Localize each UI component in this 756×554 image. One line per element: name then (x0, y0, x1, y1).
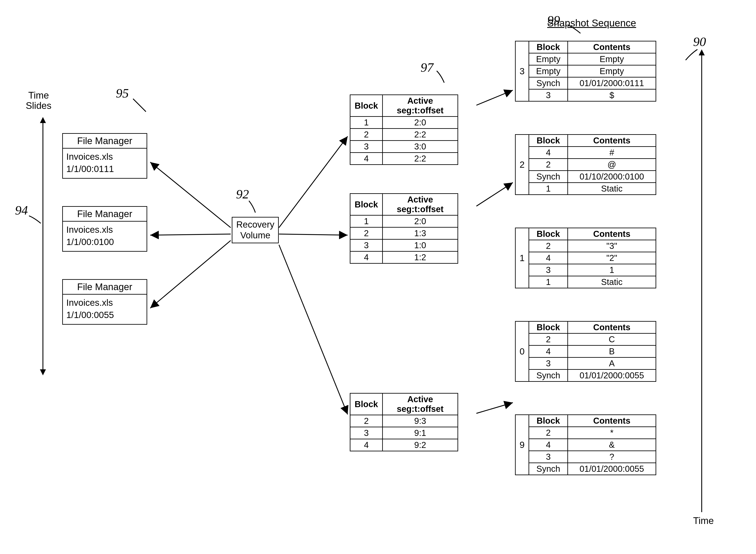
table-row: 12:0 (350, 117, 458, 129)
table-row: 2C (529, 333, 656, 345)
file-timestamp: 1/1/00:0100 (66, 236, 143, 248)
time-axis (701, 55, 702, 512)
svg-line-4 (279, 234, 348, 235)
svg-line-0 (150, 162, 231, 228)
file-timestamp: 1/1/00:0111 (66, 163, 143, 175)
col-header: Block (350, 194, 383, 215)
col-header: Block (529, 322, 568, 333)
file-manager-card: File Manager Invoices.xls 1/1/00:0100 (62, 206, 147, 252)
table-row: 3$ (529, 89, 656, 101)
col-header: Block (529, 415, 568, 427)
ref-90: 90 (693, 34, 706, 49)
table-row: 2* (529, 427, 656, 439)
table-row: EmptyEmpty (529, 53, 656, 65)
svg-line-5 (279, 245, 348, 414)
col-header: Contents (568, 134, 656, 147)
col-header: Contents (568, 415, 656, 427)
segment-table: BlockActive seg:t:offset 29:3 39:1 49:2 (350, 393, 458, 451)
snapshot-entry: 3 BlockContents EmptyEmpty EmptyEmpty Sy… (515, 41, 656, 102)
svg-line-1 (150, 234, 231, 235)
snapshot-table: BlockContents 2* 4& 3? Synch01/01/2000:0… (528, 414, 656, 475)
table-row: 33:0 (350, 141, 458, 153)
time-label: Time (693, 515, 714, 526)
table-row: 49:2 (350, 439, 458, 451)
arrowhead-down-icon (40, 369, 46, 375)
table-row: 3? (529, 451, 656, 463)
table-row: Synch01/10/2000:0100 (529, 171, 656, 183)
ref-95: 95 (116, 86, 129, 101)
arrowhead-up-icon (40, 117, 46, 123)
snapshot-index: 2 (515, 134, 528, 195)
file-manager-title: File Manager (63, 280, 146, 295)
table-row: 4"2" (529, 252, 656, 264)
table-row: 39:1 (350, 427, 458, 439)
col-header: Contents (568, 228, 656, 240)
col-header: Block (350, 393, 383, 415)
svg-line-8 (477, 403, 513, 413)
snapshot-table: BlockContents 2C 4B 3A Synch01/01/2000:0… (528, 321, 656, 382)
file-name: Invoices.xls (66, 297, 143, 309)
snapshot-entry: 9 BlockContents 2* 4& 3? Synch01/01/2000… (515, 414, 656, 475)
snapshot-table: BlockContents 4# 2@ Synch01/10/2000:0100… (528, 134, 656, 195)
file-manager-title: File Manager (63, 134, 146, 149)
ref-97: 97 (421, 60, 434, 75)
table-row: 12:0 (350, 215, 458, 227)
svg-line-6 (477, 90, 513, 105)
col-header: Block (529, 134, 568, 147)
table-row: EmptyEmpty (529, 65, 656, 77)
recovery-volume-box: Recovery Volume (232, 217, 279, 243)
table-row: 31 (529, 264, 656, 276)
snapshot-index: 0 (515, 321, 528, 382)
time-arrowhead-up-icon (699, 49, 705, 55)
table-row: 31:0 (350, 239, 458, 252)
table-row: 4& (529, 439, 656, 451)
snapshot-index: 9 (515, 414, 528, 475)
svg-line-3 (279, 136, 348, 228)
col-header: Active seg:t:offset (383, 194, 458, 215)
snapshot-table: BlockContents 2"3" 4"2" 31 1Static (528, 228, 656, 288)
col-header: Contents (568, 322, 656, 333)
table-row: 22:2 (350, 129, 458, 141)
col-header: Active seg:t:offset (383, 393, 458, 415)
file-manager-card: File Manager Invoices.xls 1/1/00:0111 (62, 133, 147, 179)
table-row: 41:2 (350, 252, 458, 264)
col-header: Active seg:t:offset (383, 95, 458, 117)
file-name: Invoices.xls (66, 151, 143, 163)
col-header: Block (529, 228, 568, 240)
table-row: 4B (529, 345, 656, 357)
file-timestamp: 1/1/00:0055 (66, 309, 143, 321)
table-row: 2"3" (529, 240, 656, 252)
snapshot-index: 3 (515, 41, 528, 102)
col-header: Block (350, 95, 383, 117)
file-manager-title: File Manager (63, 207, 146, 222)
time-slides-axis (43, 122, 43, 369)
table-row: 3A (529, 357, 656, 370)
snapshot-table: BlockContents EmptyEmpty EmptyEmpty Sync… (528, 41, 656, 102)
snapshot-entry: 2 BlockContents 4# 2@ Synch01/10/2000:01… (515, 134, 656, 195)
col-header: Contents (568, 41, 656, 53)
table-row: 1Static (529, 183, 656, 195)
table-row: Synch01/01/2000:0111 (529, 77, 656, 89)
time-slides-label: Time Slides (26, 90, 52, 111)
ref-92: 92 (236, 187, 249, 202)
ref-94: 94 (15, 203, 28, 218)
svg-line-2 (150, 240, 231, 308)
snapshot-sequence-title: Snapshot Sequence (547, 17, 636, 29)
snapshot-entry: 0 BlockContents 2C 4B 3A Synch01/01/2000… (515, 321, 656, 382)
file-name: Invoices.xls (66, 224, 143, 236)
svg-line-7 (477, 182, 513, 206)
table-row: 42:2 (350, 153, 458, 165)
table-row: 2@ (529, 159, 656, 171)
table-row: 29:3 (350, 415, 458, 427)
table-row: Synch01/01/2000:0055 (529, 463, 656, 475)
snapshot-index: 1 (515, 228, 528, 288)
segment-table: BlockActive seg:t:offset 12:0 21:3 31:0 … (350, 193, 458, 264)
table-row: 1Static (529, 276, 656, 288)
col-header: Block (529, 41, 568, 53)
table-row: 4# (529, 147, 656, 159)
file-manager-card: File Manager Invoices.xls 1/1/00:0055 (62, 279, 147, 325)
table-row: 21:3 (350, 227, 458, 239)
segment-table: BlockActive seg:t:offset 12:0 22:2 33:0 … (350, 95, 458, 165)
snapshot-entry: 1 BlockContents 2"3" 4"2" 31 1Static (515, 228, 656, 288)
table-row: Synch01/01/2000:0055 (529, 370, 656, 382)
